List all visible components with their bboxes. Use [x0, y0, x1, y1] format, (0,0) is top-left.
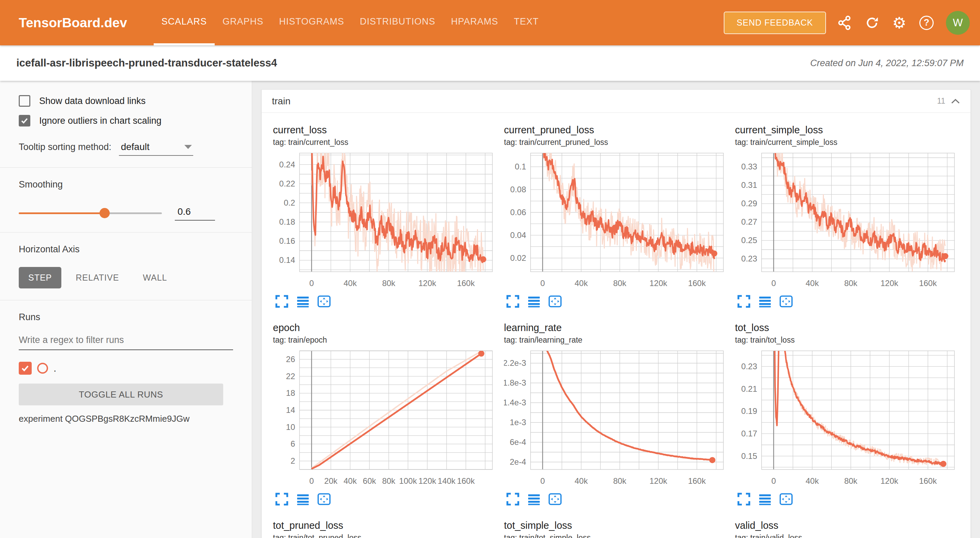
chart-tag: tag: train/learning_rate: [504, 335, 727, 345]
chart-tag: tag: train/tot_loss: [735, 335, 959, 345]
expand-chart-button[interactable]: [737, 492, 752, 506]
experiment-id-label: experiment QOGSPBgsR8KzcRMmie9JGw: [19, 413, 233, 424]
y-tick-label: 18: [286, 388, 295, 398]
x-tick-label: 140k: [438, 476, 456, 485]
y-tick-label: 1.8e-3: [504, 378, 526, 387]
tab-text[interactable]: TEXT: [506, 0, 547, 45]
experiment-name: icefall-asr-librispeech-pruned-transduce…: [16, 57, 277, 69]
fit-domain-button[interactable]: [317, 492, 332, 506]
checkbox-checked[interactable]: [19, 115, 30, 126]
collapse-section-button[interactable]: [951, 98, 960, 104]
x-tick-label: 80k: [844, 476, 858, 485]
chart-title: tot_pruned_loss: [273, 520, 496, 531]
x-tick-label: 120k: [649, 279, 668, 288]
settings-gear-icon[interactable]: ⚙: [891, 14, 908, 31]
y-tick-label: 0.22: [279, 179, 295, 188]
x-tick-label: 0: [772, 476, 776, 485]
y-tick-label: 2e-4: [510, 457, 526, 466]
y-tick-label: 0.08: [510, 185, 526, 194]
chart-tile-current_loss: current_losstag: train/current_loss0.140…: [273, 125, 496, 308]
tab-hparams[interactable]: HPARAMS: [443, 0, 506, 45]
tab-scalars[interactable]: SCALARS: [154, 0, 215, 45]
chart-plot-learning_rate[interactable]: 2e-46e-41e-31.4e-31.8e-32.2e-3040k80k120…: [504, 349, 727, 491]
fit-domain-button[interactable]: [548, 294, 563, 308]
data-series-button[interactable]: [527, 492, 542, 506]
smoothing-slider[interactable]: [19, 212, 162, 214]
data-series-button[interactable]: [296, 294, 311, 308]
data-series-button[interactable]: [758, 492, 773, 506]
chart-plot-current_simple_loss[interactable]: 0.230.250.270.290.310.33040k80k120k160k: [735, 151, 959, 293]
fit-domain-button[interactable]: [548, 492, 563, 506]
checkbox-label: Show data download links: [39, 96, 145, 106]
data-series-button[interactable]: [527, 294, 542, 308]
axis-option-relative[interactable]: RELATIVE: [66, 267, 129, 289]
tooltip-sorting-dropdown[interactable]: default: [119, 142, 193, 156]
tab-distributions[interactable]: DISTRIBUTIONS: [352, 0, 443, 45]
chart-title: current_loss: [273, 125, 496, 136]
data-series-icon: [296, 295, 310, 308]
chart-toolbar: [506, 492, 727, 506]
data-series-button[interactable]: [758, 294, 773, 308]
fit-domain-button[interactable]: [779, 294, 794, 308]
runs-filter-input[interactable]: [19, 333, 233, 350]
data-series-button[interactable]: [296, 492, 311, 506]
refresh-icon[interactable]: [864, 14, 880, 31]
slider-thumb[interactable]: [100, 208, 110, 218]
run-checkbox-checked[interactable]: [19, 362, 32, 375]
chart-plot-tot_loss[interactable]: 0.150.170.190.210.23040k80k120k160k: [735, 349, 959, 491]
fit-domain-button[interactable]: [317, 294, 332, 308]
slider-fill: [19, 212, 105, 214]
chart-plot-epoch[interactable]: 261014182226020k40k60k80k100k120k140k160…: [273, 349, 496, 491]
fit-domain-icon: [317, 295, 331, 308]
send-feedback-button[interactable]: SEND FEEDBACK: [724, 11, 826, 34]
expand-chart-button[interactable]: [275, 492, 290, 506]
toggle-all-runs-button[interactable]: TOGGLE ALL RUNS: [19, 383, 223, 405]
smoothing-label: Smoothing: [19, 179, 233, 190]
series-smoothed: [312, 354, 481, 469]
fit-domain-button[interactable]: [779, 492, 794, 506]
chart-tag: tag: train/tot_pruned_loss: [273, 533, 496, 538]
x-tick-label: 160k: [688, 279, 706, 288]
x-tick-label: 40k: [344, 476, 357, 485]
run-color-swatch[interactable]: [37, 363, 48, 374]
chart-toolbar: [275, 492, 496, 506]
x-tick-label: 0: [309, 279, 314, 288]
chart-plot-current_pruned_loss[interactable]: 0.020.040.060.080.1040k80k120k160k: [504, 151, 727, 293]
ignore-outliers-checkbox[interactable]: Ignore outliers in chart scaling: [19, 115, 233, 126]
main-content: train 11 current_losstag: train/current_…: [252, 81, 980, 538]
runs-label: Runs: [19, 312, 233, 322]
show-download-links-checkbox[interactable]: Show data download links: [19, 95, 233, 107]
experiment-info-bar: icefall-asr-librispeech-pruned-transduce…: [0, 45, 980, 81]
data-series-icon: [527, 492, 541, 506]
x-tick-label: 0: [541, 279, 545, 288]
chart-plot-current_loss[interactable]: 0.140.160.180.20.220.24040k80k120k160k: [273, 151, 496, 293]
tab-graphs[interactable]: GRAPHS: [215, 0, 271, 45]
expand-chart-button[interactable]: [275, 294, 290, 308]
tab-histograms[interactable]: HISTOGRAMS: [271, 0, 352, 45]
topbar-actions: SEND FEEDBACK ⚙ ? W: [724, 0, 970, 45]
y-tick-label: 0.15: [741, 452, 757, 461]
expand-chart-button[interactable]: [506, 294, 521, 308]
chart-toolbar: [506, 294, 727, 308]
expand-chart-button[interactable]: [737, 294, 752, 308]
expand-chart-icon: [275, 295, 289, 308]
chart-toolbar: [275, 294, 496, 308]
x-tick-label: 120k: [880, 476, 899, 485]
train-section-header[interactable]: train 11: [262, 90, 970, 113]
share-icon[interactable]: [836, 14, 853, 31]
help-icon[interactable]: ?: [918, 14, 935, 31]
series-end-dot: [709, 457, 715, 463]
y-tick-label: 0.14: [279, 255, 295, 265]
chart-tile-current_simple_loss: current_simple_losstag: train/current_si…: [735, 125, 959, 308]
axis-option-wall[interactable]: WALL: [133, 267, 177, 289]
x-tick-label: 0: [541, 476, 545, 485]
smoothing-value-input[interactable]: [175, 206, 215, 220]
user-avatar[interactable]: W: [946, 11, 970, 35]
checkbox-unchecked[interactable]: [19, 95, 30, 107]
expand-chart-button[interactable]: [506, 492, 521, 506]
axis-option-step[interactable]: STEP: [19, 267, 61, 289]
series-end-dot: [480, 256, 486, 262]
y-tick-label: 0.1: [515, 162, 526, 171]
charts-grid: current_losstag: train/current_loss0.140…: [262, 113, 970, 538]
chart-count: 11: [937, 96, 945, 106]
